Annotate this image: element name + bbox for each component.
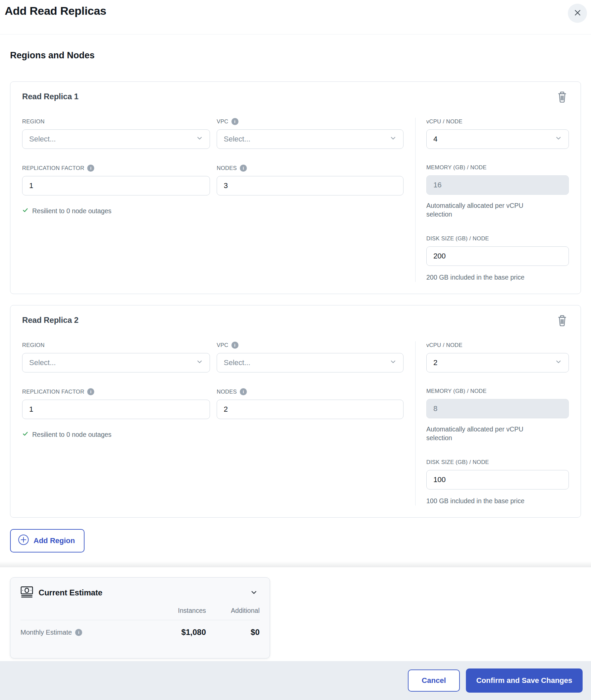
trash-icon <box>557 323 568 328</box>
memory-field: MEMORY (GB) / NODE Automatically allocat… <box>426 387 569 442</box>
nodes-label-text: NODES <box>217 165 237 171</box>
vpc-select-value: Select... <box>224 358 250 367</box>
disk-size-input[interactable] <box>426 470 569 489</box>
region-field: REGION Select... <box>22 118 210 149</box>
resilience-text: Resilient to 0 node outages <box>32 431 111 439</box>
estimate-col-instances: Instances <box>149 607 206 615</box>
replication-factor-field: REPLICATION FACTOR i <box>22 388 210 419</box>
dialog-header: Add Read Replicas <box>0 0 591 35</box>
memory-label-text: MEMORY (GB) / NODE <box>426 164 487 171</box>
disk-label-text: DISK SIZE (GB) / NODE <box>426 235 489 242</box>
replication-factor-label: REPLICATION FACTOR i <box>22 388 210 395</box>
disk-label-text: DISK SIZE (GB) / NODE <box>426 459 489 465</box>
vcpu-field: vCPU / NODE 4 <box>426 118 569 149</box>
replication-factor-label: REPLICATION FACTOR i <box>22 164 210 172</box>
monthly-estimate-instances-value: $1,080 <box>149 628 206 637</box>
vpc-select[interactable]: Select... <box>217 129 404 149</box>
plus-circle-icon <box>18 534 29 547</box>
nodes-label: NODES i <box>217 388 404 395</box>
monthly-estimate-label-text: Monthly Estimate <box>20 629 72 636</box>
memory-input <box>426 399 569 418</box>
vcpu-select-value: 4 <box>433 135 437 143</box>
nodes-field: NODES i <box>217 164 404 195</box>
region-select-value: Select... <box>29 358 56 367</box>
check-icon <box>22 430 29 439</box>
info-icon[interactable]: i <box>231 118 238 125</box>
delete-replica-button[interactable] <box>557 315 568 328</box>
memory-field: MEMORY (GB) / NODE Automatically allocat… <box>426 164 569 219</box>
monthly-estimate-additional-value: $0 <box>206 628 260 637</box>
cancel-button[interactable]: Cancel <box>408 669 460 692</box>
close-icon <box>573 8 582 18</box>
delete-replica-button[interactable] <box>557 91 568 104</box>
disk-size-input[interactable] <box>426 246 569 266</box>
read-replica-card-2: Read Replica 2 REGION Select... <box>10 305 581 518</box>
region-label-text: REGION <box>22 118 45 125</box>
monthly-estimate-label: Monthly Estimate i <box>20 629 149 636</box>
confirm-save-button[interactable]: Confirm and Save Changes <box>466 668 583 693</box>
vpc-label: VPC i <box>217 341 404 349</box>
vcpu-label-text: vCPU / NODE <box>426 342 463 348</box>
current-estimate-panel: Current Estimate Instances Additional Mo… <box>10 577 270 658</box>
region-label-text: REGION <box>22 342 45 348</box>
replication-factor-label-text: REPLICATION FACTOR <box>22 165 84 171</box>
estimate-title: Current Estimate <box>39 588 102 597</box>
info-icon[interactable]: i <box>75 629 82 636</box>
nodes-input[interactable] <box>217 400 404 419</box>
chevron-down-icon <box>196 358 204 368</box>
disk-field: DISK SIZE (GB) / NODE 200 GB included in… <box>426 235 569 282</box>
memory-label: MEMORY (GB) / NODE <box>426 387 569 395</box>
check-icon <box>22 207 29 215</box>
info-icon[interactable]: i <box>231 342 238 349</box>
replica-card-title: Read Replica 1 <box>22 92 78 101</box>
region-label: REGION <box>22 118 210 125</box>
chevron-down-icon <box>554 358 562 368</box>
disk-helper-text: 100 GB included in the base price <box>426 497 569 506</box>
chevron-down-icon <box>196 134 204 144</box>
add-region-button[interactable]: Add Region <box>10 529 85 552</box>
vpc-label: VPC i <box>217 118 404 125</box>
add-region-label: Add Region <box>34 536 75 545</box>
memory-input <box>426 175 569 195</box>
info-icon[interactable]: i <box>87 165 94 172</box>
info-icon[interactable]: i <box>87 388 94 395</box>
region-select[interactable]: Select... <box>22 353 210 372</box>
memory-helper-text: Automatically allocated per vCPU selecti… <box>426 201 530 219</box>
chevron-down-icon <box>389 358 397 368</box>
vcpu-select[interactable]: 2 <box>426 353 569 372</box>
region-field: REGION Select... <box>22 341 210 372</box>
vcpu-label-text: vCPU / NODE <box>426 118 463 125</box>
vpc-select-value: Select... <box>224 135 250 143</box>
vcpu-select[interactable]: 4 <box>426 129 569 149</box>
replication-factor-label-text: REPLICATION FACTOR <box>22 389 84 395</box>
estimate-col-additional: Additional <box>206 607 260 615</box>
banknote-icon <box>20 586 33 599</box>
trash-icon <box>557 99 568 104</box>
nodes-label-text: NODES <box>217 389 237 395</box>
info-icon[interactable]: i <box>240 388 247 395</box>
region-select[interactable]: Select... <box>22 129 210 149</box>
vpc-select[interactable]: Select... <box>217 353 404 372</box>
nodes-field: NODES i <box>217 388 404 419</box>
disk-helper-text: 200 GB included in the base price <box>426 273 569 282</box>
nodes-input[interactable] <box>217 176 404 195</box>
disk-label: DISK SIZE (GB) / NODE <box>426 235 569 242</box>
read-replica-card-1: Read Replica 1 REGION Select... <box>10 81 581 294</box>
dialog-footer: Cancel Confirm and Save Changes <box>0 661 591 700</box>
chevron-down-icon <box>250 593 258 598</box>
disk-label: DISK SIZE (GB) / NODE <box>426 458 569 466</box>
replica-card-title: Read Replica 2 <box>22 315 78 325</box>
region-select-value: Select... <box>29 135 56 143</box>
close-button[interactable] <box>568 4 587 23</box>
page-title: Add Read Replicas <box>5 4 106 17</box>
estimate-collapse-button[interactable] <box>248 587 260 599</box>
memory-label-text: MEMORY (GB) / NODE <box>426 388 487 394</box>
chevron-down-icon <box>389 134 397 144</box>
info-icon[interactable]: i <box>240 165 247 172</box>
replication-factor-input[interactable] <box>22 176 210 195</box>
sticky-footer-shadow <box>0 561 591 567</box>
vpc-field: VPC i Select... <box>217 341 404 372</box>
vcpu-select-value: 2 <box>433 358 437 367</box>
replication-factor-input[interactable] <box>22 400 210 419</box>
memory-label: MEMORY (GB) / NODE <box>426 164 569 171</box>
